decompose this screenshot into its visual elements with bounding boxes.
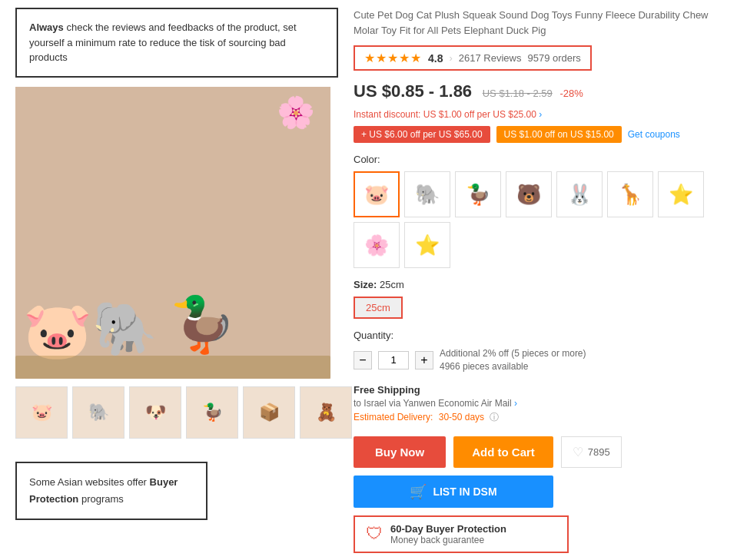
- original-price: US $1.18 - 2.59: [483, 88, 553, 99]
- color-label: Color:: [354, 154, 732, 165]
- qty-input[interactable]: [378, 351, 409, 369]
- heart-icon: ♡: [573, 445, 583, 459]
- coupon-row: + US $6.00 off per US $65.00 US $1.00 of…: [354, 126, 732, 143]
- toy-scene: 🐷 🐘 🦆 🌸: [15, 87, 330, 379]
- current-price: US $0.85 - 1.86: [354, 81, 472, 101]
- toy-flower-img: 🌸: [277, 94, 315, 131]
- thumbnail-5[interactable]: 📦: [243, 386, 295, 439]
- qty-label: Quantity:: [354, 330, 732, 341]
- bottom-tip-box: Some Asian websites offer Buyer Protecti…: [15, 462, 208, 520]
- instant-discount-arrow[interactable]: ›: [539, 109, 542, 120]
- wishlist-button[interactable]: ♡ 7895: [561, 436, 622, 468]
- delivery-detail: Estimated Delivery: 30-50 days ⓘ: [354, 411, 732, 424]
- rating-box: ★★★★★ 4.8 › 2617 Reviews 9579 orders: [354, 45, 592, 71]
- buy-now-button[interactable]: Buy Now: [354, 436, 446, 468]
- qty-info: Additional 2% off (5 pieces or more) 496…: [440, 347, 586, 373]
- qty-decrease-btn[interactable]: −: [354, 351, 372, 369]
- star-icons: ★★★★★: [364, 51, 422, 65]
- delivery-label: Estimated Delivery:: [354, 412, 433, 422]
- reviews-count: 2617 Reviews: [459, 52, 522, 64]
- floor-bg: [15, 356, 330, 379]
- color-swatch-6[interactable]: 🦒: [607, 171, 653, 217]
- delivery-days: 30-50 days: [439, 412, 484, 422]
- color-swatch-3[interactable]: 🦆: [455, 171, 501, 217]
- bottom-tip-text2: programs: [78, 493, 124, 505]
- color-swatch-2[interactable]: 🐘: [404, 171, 450, 217]
- dsm-cart-icon: 🛒: [410, 483, 427, 500]
- rating-number: 4.8: [428, 52, 443, 65]
- thumbnail-3[interactable]: 🐶: [129, 386, 181, 439]
- color-options: 🐷 🐘 🦆 🐻 🐰 🦒 ⭐: [354, 171, 732, 217]
- qty-available-info: 4966 pieces available: [440, 360, 586, 373]
- get-coupons-link[interactable]: Get coupons: [628, 129, 680, 140]
- left-panel: Always check the reviews and feedbacks o…: [15, 8, 338, 553]
- coupon-red: + US $6.00 off per US $65.00: [354, 126, 490, 143]
- color-swatch-8[interactable]: 🌸: [354, 222, 400, 268]
- qty-additional-info: Additional 2% off (5 pieces or more): [440, 347, 586, 360]
- toy-pig-img: 🐷: [23, 298, 92, 363]
- size-value: 25cm: [380, 279, 404, 290]
- delivery-info-icon[interactable]: ⓘ: [490, 412, 499, 422]
- dsm-label: LIST IN DSM: [433, 485, 496, 498]
- bp-main-text: 60-Day Buyer Protection: [390, 523, 506, 535]
- tip-bold: Always: [29, 22, 64, 33]
- instant-discount-text: Instant discount: US $1.00 off per US $2…: [354, 109, 732, 120]
- thumbnail-4[interactable]: 🦆: [186, 386, 238, 439]
- color-options-row2: 🌸 ⭐: [354, 222, 732, 268]
- color-swatch-9[interactable]: ⭐: [404, 222, 450, 268]
- top-tip-box: Always check the reviews and feedbacks o…: [15, 8, 338, 78]
- main-product-image: 🐷 🐘 🦆 🌸: [15, 87, 330, 379]
- dsm-button[interactable]: 🛒 LIST IN DSM: [354, 476, 553, 508]
- color-swatch-7[interactable]: ⭐: [658, 171, 704, 217]
- toy-duck-img: 🦆: [169, 293, 236, 356]
- thumbnail-6[interactable]: 🧸: [300, 386, 352, 439]
- free-shipping-label: Free Shipping: [354, 384, 732, 396]
- price-section: US $0.85 - 1.86 US $1.18 - 2.59 -28%: [354, 81, 732, 101]
- color-swatch-4[interactable]: 🐻: [506, 171, 552, 217]
- shipping-detail: to Israel via Yanwen Economic Air Mail ›: [354, 398, 732, 409]
- size-btn-25cm[interactable]: 25cm: [354, 297, 403, 319]
- qty-increase-btn[interactable]: +: [415, 351, 433, 369]
- wishlist-count: 7895: [588, 446, 610, 458]
- toy-elephant-img: 🐘: [92, 298, 158, 360]
- right-panel: Cute Pet Dog Cat Plush Squeak Sound Dog …: [354, 8, 732, 553]
- rating-separator: ›: [449, 52, 452, 64]
- orders-count: 9579 orders: [527, 52, 580, 64]
- size-label: Size: 25cm: [354, 279, 732, 290]
- thumbnail-1[interactable]: 🐷: [15, 386, 68, 439]
- action-row: Buy Now Add to Cart ♡ 7895: [354, 436, 732, 468]
- shield-icon: 🛡: [366, 524, 383, 544]
- shipping-section: Free Shipping to Israel via Yanwen Econo…: [354, 384, 732, 424]
- discount-badge: -28%: [559, 88, 583, 99]
- color-swatch-1[interactable]: 🐷: [354, 171, 400, 217]
- add-to-cart-button[interactable]: Add to Cart: [453, 436, 553, 468]
- buyer-protection-box: 🛡 60-Day Buyer Protection Money back gua…: [354, 515, 569, 553]
- qty-row: − + Additional 2% off (5 pieces or more)…: [354, 347, 732, 373]
- product-title: Cute Pet Dog Cat Plush Squeak Sound Dog …: [354, 8, 732, 38]
- tip-text: check the reviews and feedbacks of the p…: [29, 22, 297, 63]
- thumbnail-row: 🐷 🐘 🐶 🦆 📦 🧸: [15, 386, 338, 439]
- bp-sub-text: Money back guarantee: [390, 535, 506, 545]
- thumbnail-2[interactable]: 🐘: [72, 386, 124, 439]
- size-options: 25cm: [354, 297, 732, 319]
- coupon-orange: US $1.00 off on US $15.00: [496, 126, 622, 143]
- color-swatch-5[interactable]: 🐰: [556, 171, 603, 217]
- bottom-tip-text: Some Asian websites offer: [29, 476, 150, 488]
- shipping-arrow[interactable]: ›: [514, 398, 517, 409]
- buyer-protection-text: 60-Day Buyer Protection Money back guara…: [390, 523, 506, 545]
